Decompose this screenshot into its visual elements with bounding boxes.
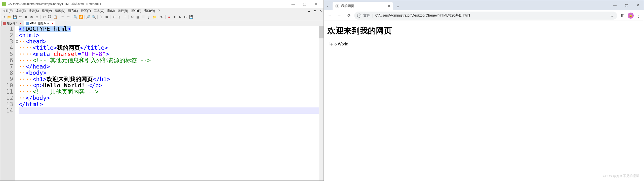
open-file-icon[interactable]: 📂: [7, 15, 12, 20]
menu-search[interactable]: 搜索(S): [27, 8, 40, 14]
menu-file[interactable]: 文件(F): [1, 8, 14, 14]
npp-menubar: 文件(F) 编辑(E) 搜索(S) 视图(V) 编码(N) 语言(L) 设置(T…: [0, 8, 324, 14]
chrome-menu-button[interactable]: ⋮: [635, 13, 642, 18]
paste-icon[interactable]: 📋: [53, 15, 58, 20]
close-all-icon[interactable]: ✖: [29, 15, 34, 20]
cut-icon[interactable]: ✂: [42, 15, 47, 20]
tab-close-icon[interactable]: ✕: [387, 4, 390, 8]
new-file-icon[interactable]: 🗋: [1, 15, 6, 20]
folder-icon[interactable]: 📁: [152, 15, 157, 20]
play-macro-icon[interactable]: ▶: [178, 15, 183, 20]
line-number-gutter: 1234567891011121314: [0, 26, 15, 180]
record-macro-icon[interactable]: ●: [167, 15, 172, 20]
redo-icon[interactable]: ↷: [66, 15, 71, 20]
npp-app-icon: [2, 2, 6, 6]
tab-search-icon[interactable]: ⌄: [324, 3, 331, 7]
print-icon[interactable]: 🖨: [34, 15, 39, 20]
npp-tabstrip: 新文件 1 ✕ HTML 基础.html ✕: [0, 20, 324, 26]
save-all-icon[interactable]: 🗃: [18, 15, 23, 20]
chrome-toolbar: ← → ⟳ i 文件 | C:/Users/Administrator/Desk…: [324, 10, 644, 21]
close-button[interactable]: ✕: [632, 0, 644, 10]
tab-title: 我的网页: [341, 4, 385, 8]
zoom-out-icon[interactable]: 🔍: [91, 15, 96, 20]
maximize-button[interactable]: ▢: [299, 1, 310, 8]
copy-icon[interactable]: ⿻: [47, 15, 52, 20]
url-scheme-label: 文件: [363, 13, 370, 18]
indent-guide-icon[interactable]: ⫶: [123, 15, 128, 20]
tab-close-icon[interactable]: ✕: [20, 22, 22, 25]
maximize-button[interactable]: ▢: [621, 0, 632, 10]
func-list-icon[interactable]: ƒ: [146, 15, 151, 20]
page-heading: 欢迎来到我的网页: [328, 25, 640, 36]
npp-editor[interactable]: 1234567891011121314 --- <!DOCTYPE html><…: [0, 26, 324, 180]
replace-icon[interactable]: 🔁: [78, 15, 84, 20]
favicon-globe-icon: [335, 4, 339, 8]
doc-list-icon[interactable]: ☰: [141, 15, 146, 20]
site-info-icon[interactable]: i: [357, 14, 361, 18]
profile-avatar-icon[interactable]: 🔒: [628, 13, 634, 19]
chrome-tab-strip[interactable]: ⌄ 我的网页 ✕ + — ▢ ✕: [324, 0, 644, 10]
tab-close-icon[interactable]: ✕: [52, 22, 54, 25]
menu-plugins[interactable]: 插件(P): [130, 8, 143, 14]
lang-icon[interactable]: ⚙: [130, 15, 135, 20]
zoom-in-icon[interactable]: 🔎: [86, 15, 91, 20]
back-button[interactable]: ←: [326, 11, 334, 20]
menu-edit[interactable]: 编辑(E): [14, 8, 27, 14]
minimize-button[interactable]: —: [609, 0, 621, 10]
tab-label: HTML 基础.html: [30, 22, 49, 25]
doc-icon: [3, 22, 6, 25]
menu-settings[interactable]: 设置(T): [79, 8, 92, 14]
menu-run[interactable]: 运行(R): [116, 8, 130, 14]
chrome-window: ⌄ 我的网页 ✕ + — ▢ ✕ ← → ⟳ i 文件 | C:/Users/A…: [324, 0, 644, 181]
close-file-icon[interactable]: ✖: [23, 15, 28, 20]
extensions-icon[interactable]: ◧: [618, 11, 627, 20]
doc-icon: [26, 22, 29, 25]
toolbar-expand[interactable]: ▼: [312, 8, 318, 13]
forward-button[interactable]: →: [335, 11, 344, 20]
new-tab-button[interactable]: +: [394, 3, 401, 10]
menu-encoding[interactable]: 编码(N): [53, 8, 67, 14]
sync-v-icon[interactable]: ⇅: [99, 15, 104, 20]
url-sep: |: [372, 14, 373, 18]
tab-label: 新文件 1: [7, 22, 18, 25]
page-content: 欢迎来到我的网页 Hello World! CSDN @好久不见的流星: [324, 21, 644, 181]
menu-view[interactable]: 视图(V): [40, 8, 53, 14]
menu-macro[interactable]: 宏(M): [106, 8, 116, 14]
all-chars-icon[interactable]: ¶: [117, 15, 122, 20]
npp-titlebar[interactable]: C:\Users\Administrator\Desktop\Cheney\HT…: [0, 0, 324, 8]
menu-help[interactable]: ?: [156, 8, 161, 13]
fold-gutter[interactable]: ---: [15, 26, 19, 180]
doc-map-icon[interactable]: ▦: [135, 15, 140, 20]
sync-h-icon[interactable]: ⇆: [104, 15, 109, 20]
undo-icon[interactable]: ↶: [60, 15, 65, 20]
npp-toolbar: 🗋 📂 💾 🗃 ✖ ✖ 🖨 ✂ ⿻ 📋 ↶ ↷ 🔍 🔁 🔎 🔍 ⇅ ⇆ ↩ ¶ …: [0, 14, 324, 20]
save-macro-icon[interactable]: 💾: [189, 15, 194, 20]
browser-tab[interactable]: 我的网页 ✕: [333, 2, 393, 10]
stop-macro-icon[interactable]: ■: [172, 15, 177, 20]
code-area[interactable]: <!DOCTYPE html><html>··<head>····<title>…: [19, 26, 319, 180]
menu-language[interactable]: 语言(L): [67, 8, 79, 14]
npp-window-title: C:\Users\Administrator\Desktop\Cheney\HT…: [8, 2, 288, 6]
vertical-scrollbar[interactable]: [319, 26, 324, 180]
wordwrap-icon[interactable]: ↩: [111, 15, 116, 20]
save-icon[interactable]: 💾: [12, 15, 17, 20]
monitor-icon[interactable]: 👁: [159, 15, 164, 20]
npp-tab-0[interactable]: 新文件 1 ✕: [1, 21, 23, 26]
menu-tools[interactable]: 工具(O): [92, 8, 106, 14]
menu-window[interactable]: 窗口(W): [143, 8, 156, 14]
toolbar-collapse[interactable]: ▲: [306, 8, 312, 13]
npp-tab-1[interactable]: HTML 基础.html ✕: [24, 21, 55, 26]
find-icon[interactable]: 🔍: [73, 15, 78, 20]
play-multi-icon[interactable]: ⏭: [183, 15, 188, 20]
minimize-button[interactable]: —: [288, 1, 299, 8]
page-paragraph: Hello World!: [328, 42, 640, 46]
url-text: C:/Users/Administrator/Desktop/Cheney/HT…: [375, 13, 608, 18]
close-doc[interactable]: ✕: [318, 8, 324, 13]
reload-button[interactable]: ⟳: [345, 11, 353, 20]
bookmark-star-icon[interactable]: ☆: [610, 13, 614, 18]
notepad-plus-plus-window: C:\Users\Administrator\Desktop\Cheney\HT…: [0, 0, 324, 181]
close-button[interactable]: ✕: [310, 1, 321, 8]
watermark: CSDN @好久不见的流星: [603, 174, 639, 178]
omnibox[interactable]: i 文件 | C:/Users/Administrator/Desktop/Ch…: [354, 12, 617, 20]
